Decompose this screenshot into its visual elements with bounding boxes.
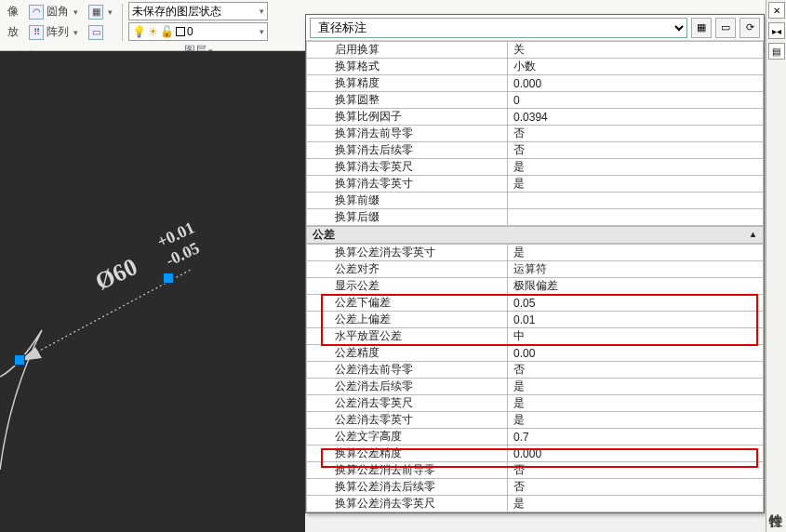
quick-select-button[interactable]: ⟳ (739, 18, 760, 38)
property-row: 显示公差极限偏差 (307, 278, 764, 295)
properties-grid-alt: 启用换算关换算格式小数换算精度0.000换算圆整0换算比例因子0.0394换算消… (306, 41, 764, 226)
property-label: 换算公差消去零英尺 (307, 496, 508, 512)
property-label: 换算格式 (307, 59, 508, 75)
property-label: 换算圆整 (307, 92, 508, 109)
property-value[interactable]: 运算符 (508, 261, 764, 278)
chevron-down-icon: ▾ (73, 7, 78, 17)
mirror-button[interactable]: 像 (4, 2, 22, 21)
tool-icon: ▭ (88, 25, 103, 40)
properties-header: 直径标注 ▦ ▭ ⟳ (306, 15, 764, 41)
chevron-down-icon: ▾ (108, 7, 113, 17)
properties-grid-tolerance: 公差▴ (306, 226, 764, 244)
property-row: 公差消去前导零否 (307, 362, 764, 379)
property-value[interactable] (508, 209, 764, 226)
property-label: 公差消去后续零 (307, 379, 508, 395)
property-label: 换算消去后续零 (307, 142, 508, 159)
property-label: 换算公差消去后续零 (307, 479, 508, 496)
dock-left-button[interactable]: ▸◂ (768, 22, 785, 39)
tool-icon: ▦ (88, 5, 103, 20)
property-value[interactable]: 0 (508, 92, 764, 109)
property-label: 换算前缀 (307, 193, 508, 209)
property-row: 公差消去后续零是 (307, 379, 764, 395)
property-row: 换算前缀 (307, 193, 764, 209)
grip-point[interactable] (163, 273, 174, 284)
chevron-down-icon: ▾ (260, 7, 264, 16)
property-row: 公差文字高度0.7 (307, 429, 764, 446)
property-label: 换算公差精度 (307, 446, 508, 462)
property-row: 公差上偏差0.01 (307, 312, 764, 328)
property-label: 公差消去前导零 (307, 362, 508, 379)
object-type-select[interactable]: 直径标注 (310, 18, 687, 38)
property-label: 换算公差消去零英寸 (307, 245, 508, 261)
property-value[interactable]: 否 (508, 126, 764, 142)
layer-color-swatch (176, 27, 185, 36)
property-value[interactable]: 0.000 (508, 75, 764, 92)
property-value[interactable]: 是 (508, 159, 764, 176)
toggle-pickadd-button[interactable]: ▦ (691, 18, 712, 38)
property-value[interactable]: 否 (508, 479, 764, 496)
property-value[interactable]: 0.000 (508, 446, 764, 462)
layer-dropdown[interactable]: 💡 ☀ 🔓 ▾ (128, 22, 268, 41)
property-label: 换算消去前导零 (307, 126, 508, 142)
property-label: 换算精度 (307, 75, 508, 92)
property-value[interactable]: 0.7 (508, 429, 764, 446)
property-value[interactable]: 是 (508, 245, 764, 261)
property-label: 公差消去零英尺 (307, 395, 508, 412)
property-row: 公差对齐运算符 (307, 261, 764, 278)
property-label: 启用换算 (307, 42, 508, 59)
property-value[interactable]: 0.00 (508, 345, 764, 362)
property-value[interactable]: 极限偏差 (508, 278, 764, 295)
property-label: 换算消去零英寸 (307, 176, 508, 193)
drawing-canvas[interactable]: Ø60 +0.01 -0.05 (0, 51, 305, 532)
close-panel-button[interactable]: ✕ (768, 2, 785, 19)
extra-button-1[interactable]: ▦▾ (85, 3, 116, 21)
property-value[interactable]: 小数 (508, 59, 764, 75)
property-row: 换算消去前导零否 (307, 126, 764, 142)
separator (122, 4, 123, 41)
property-row: 公差精度0.00 (307, 345, 764, 362)
dock-toggle-button[interactable]: ▤ (768, 43, 785, 60)
layer-state-dropdown[interactable]: 未保存的图层状态 ▾ (128, 2, 268, 20)
sun-icon: ☀ (148, 25, 158, 38)
property-row: 换算精度0.000 (307, 75, 764, 92)
grip-point[interactable] (14, 354, 25, 366)
property-value[interactable]: 0.05 (508, 295, 764, 312)
property-row: 换算公差消去后续零否 (307, 479, 764, 496)
property-value[interactable]: 中 (508, 328, 764, 345)
fillet-button[interactable]: ◠圆角▾ (25, 2, 82, 21)
property-label: 公差消去零英寸 (307, 412, 508, 429)
property-label: 显示公差 (307, 278, 508, 295)
array-icon: ⠿ (29, 25, 44, 40)
properties-panel: 直径标注 ▦ ▭ ⟳ 启用换算关换算格式小数换算精度0.000换算圆整0换算比例… (305, 14, 765, 513)
property-row: 换算消去后续零否 (307, 142, 764, 159)
array-button[interactable]: ⠿阵列▾ (25, 22, 82, 42)
scale-button[interactable]: 放 (4, 22, 22, 42)
property-row: 换算公差消去零英寸是 (307, 245, 764, 261)
property-value[interactable]: 否 (508, 142, 764, 159)
property-value[interactable]: 是 (508, 176, 764, 193)
property-value[interactable]: 是 (508, 379, 764, 395)
property-row: 水平放置公差中 (307, 328, 764, 345)
property-row: 启用换算关 (307, 42, 764, 59)
extra-button-2[interactable]: ▭ (85, 23, 107, 42)
category-header-tolerance[interactable]: 公差▴ (307, 227, 764, 244)
right-dock-strip: ✕ ▸◂ ▤ 特性 (766, 0, 786, 532)
layer-name-field[interactable] (187, 25, 206, 38)
property-label: 公差对齐 (307, 261, 508, 278)
property-value[interactable]: 0.01 (508, 312, 764, 328)
chevron-down-icon: ▾ (260, 27, 264, 36)
collapse-icon: ▴ (751, 229, 755, 239)
property-value[interactable]: 否 (508, 362, 764, 379)
property-value[interactable] (508, 193, 764, 209)
property-value[interactable]: 0.0394 (508, 109, 764, 126)
property-value[interactable]: 否 (508, 462, 764, 479)
svg-text:Ø60: Ø60 (91, 253, 141, 296)
lightbulb-icon: 💡 (132, 25, 146, 38)
select-objects-button[interactable]: ▭ (715, 18, 736, 38)
property-value[interactable]: 是 (508, 395, 764, 412)
property-value[interactable]: 是 (508, 496, 764, 512)
property-value[interactable]: 关 (508, 42, 764, 59)
property-row: 换算格式小数 (307, 59, 764, 75)
property-label: 水平放置公差 (307, 328, 508, 345)
property-value[interactable]: 是 (508, 412, 764, 429)
